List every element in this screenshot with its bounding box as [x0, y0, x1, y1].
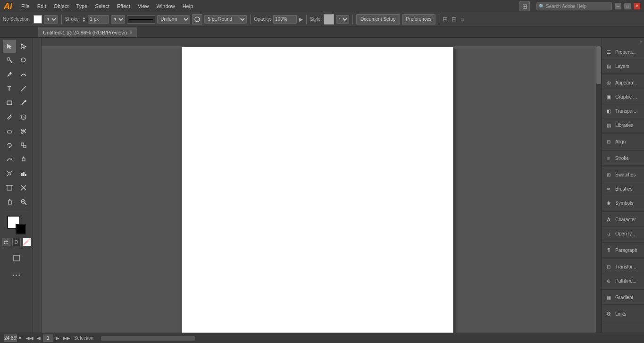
- opentype-label: OpenTy...: [615, 231, 636, 236]
- stroke-type-select[interactable]: ▾: [111, 15, 125, 24]
- close-button[interactable]: ×: [634, 3, 640, 9]
- rotate-tool[interactable]: [3, 139, 16, 152]
- swap-colors-button[interactable]: ⇄: [2, 238, 10, 246]
- prev-page-button[interactable]: ◀: [36, 335, 42, 341]
- fill-type-select[interactable]: ▾: [44, 15, 58, 24]
- style-color-box[interactable]: [324, 14, 334, 25]
- tab-close-button[interactable]: ×: [130, 30, 132, 35]
- panel-item-transparency[interactable]: ◧ Transpar...: [602, 104, 644, 118]
- opacity-input[interactable]: [273, 15, 297, 24]
- fill-color-box[interactable]: [33, 15, 42, 24]
- scissors-tool[interactable]: [17, 125, 30, 138]
- panel-item-graphic-styles[interactable]: ▣ Graphic ...: [602, 90, 644, 104]
- menu-type[interactable]: Type: [73, 2, 91, 10]
- more-options-icon[interactable]: ≡: [460, 16, 464, 23]
- background-color[interactable]: [16, 224, 26, 234]
- style-select[interactable]: ▾: [336, 15, 349, 24]
- panel-item-libraries[interactable]: ▨ Libraries: [602, 118, 644, 133]
- default-colors-button[interactable]: D: [12, 238, 21, 246]
- menu-help[interactable]: Help: [179, 2, 197, 10]
- line-tool[interactable]: [17, 82, 30, 95]
- column-graph-tool[interactable]: [17, 167, 30, 180]
- paintbrush-tool[interactable]: [17, 96, 30, 109]
- stroke-uniform-select[interactable]: Uniform: [157, 15, 190, 24]
- svg-rect-17: [24, 145, 26, 148]
- align-icon[interactable]: ⊞: [443, 16, 448, 23]
- menu-view[interactable]: View: [134, 2, 152, 10]
- panel-item-symbols[interactable]: ❀ Symbols: [602, 196, 644, 210]
- direct-selection-tool[interactable]: [17, 40, 30, 53]
- magic-wand-tool[interactable]: [3, 54, 16, 67]
- stroke-cap-select[interactable]: 5 pt. Round: [204, 15, 247, 24]
- first-page-button[interactable]: ◀◀: [25, 335, 34, 341]
- artboard[interactable]: [182, 47, 453, 333]
- panel-item-character[interactable]: A Character: [602, 213, 644, 227]
- panel-item-pathfinder[interactable]: ⊕ Pathfind...: [602, 274, 644, 288]
- none-color-button[interactable]: [23, 238, 31, 246]
- scroll-thumb[interactable]: [596, 46, 601, 84]
- slice-tool[interactable]: [17, 181, 30, 194]
- panel-item-properties[interactable]: ☰ Properti...: [602, 45, 644, 59]
- svg-rect-26: [25, 174, 26, 176]
- stroke-value-input[interactable]: [88, 15, 109, 24]
- curvature-tool[interactable]: [17, 68, 30, 81]
- vertical-scrollbar[interactable]: [596, 46, 602, 333]
- opacity-expand[interactable]: ▶: [299, 16, 303, 23]
- panel-item-gradient[interactable]: ▦ Gradient: [602, 291, 644, 305]
- workspace-icon[interactable]: ⊞: [519, 1, 530, 11]
- search-bar[interactable]: 🔍 Search Adobe Help: [536, 2, 612, 10]
- document-tab[interactable]: Untitled-1 @ 24.86% (RGB/Preview) ×: [38, 27, 137, 37]
- panel-collapse-all[interactable]: »: [640, 39, 642, 44]
- symbol-spray-tool[interactable]: [3, 167, 16, 180]
- menu-object[interactable]: Object: [50, 2, 72, 10]
- arrange-icon[interactable]: ⊟: [452, 16, 457, 23]
- panel-item-links[interactable]: ⛓ Links: [602, 307, 644, 321]
- next-page-button[interactable]: ▶: [55, 335, 60, 341]
- panel-item-swatches[interactable]: ⊞ Swatches: [602, 168, 644, 182]
- menu-window[interactable]: Window: [153, 2, 178, 10]
- reshape-tool[interactable]: [17, 153, 30, 166]
- panel-item-transform[interactable]: ⊡ Transfor...: [602, 260, 644, 274]
- panel-item-paragraph[interactable]: ¶ Paragraph: [602, 243, 644, 258]
- screen-mode-button[interactable]: [10, 251, 23, 265]
- menu-file[interactable]: File: [18, 2, 33, 10]
- hand-tool[interactable]: [3, 195, 16, 209]
- stroke-cap-icon[interactable]: [192, 14, 202, 25]
- scale-tool[interactable]: [17, 139, 30, 152]
- panel-item-layers[interactable]: ▤ Layers: [602, 59, 644, 74]
- stroke-down-arrow[interactable]: ▼: [82, 19, 85, 23]
- panel-item-align[interactable]: ⊟ Align: [602, 135, 644, 149]
- horizontal-ruler: [33, 38, 602, 46]
- panel-item-stroke[interactable]: ≡ Stroke: [602, 151, 644, 166]
- shaper-tool[interactable]: [17, 110, 30, 124]
- document-setup-button[interactable]: Document Setup: [356, 14, 400, 25]
- stroke-up-arrow[interactable]: ▲: [82, 16, 85, 19]
- panel-item-appearance[interactable]: ◎ Appeara...: [602, 76, 644, 90]
- last-page-button[interactable]: ▶▶: [62, 335, 71, 341]
- color-area: ⇄ D: [2, 216, 31, 246]
- zoom-tool[interactable]: [17, 195, 30, 209]
- more-tools-button[interactable]: • • •: [10, 268, 23, 282]
- rectangle-tool[interactable]: [3, 96, 16, 109]
- zoom-input[interactable]: [4, 335, 17, 342]
- menu-select[interactable]: Select: [92, 2, 113, 10]
- pen-tool[interactable]: [3, 68, 16, 81]
- warp-tool[interactable]: [3, 153, 16, 166]
- canvas-area[interactable]: [33, 38, 602, 333]
- menu-edit[interactable]: Edit: [34, 2, 50, 10]
- menu-effect[interactable]: Effect: [114, 2, 134, 10]
- lasso-tool[interactable]: [17, 54, 30, 67]
- panel-item-brushes[interactable]: ✏ Brushes: [602, 182, 644, 196]
- minimize-button[interactable]: ─: [615, 3, 621, 9]
- panel-item-opentype[interactable]: {} OpenTy...: [602, 227, 644, 241]
- zoom-dropdown[interactable]: ▼: [18, 336, 22, 341]
- status-label: Selection: [74, 335, 93, 341]
- restore-button[interactable]: □: [624, 3, 631, 9]
- page-number-input[interactable]: [43, 335, 53, 342]
- selection-tool[interactable]: [3, 40, 16, 53]
- artboard-tool[interactable]: [3, 181, 16, 194]
- preferences-button[interactable]: Preferences: [402, 14, 436, 25]
- eraser-tool[interactable]: [3, 125, 16, 138]
- pencil-tool[interactable]: [3, 110, 16, 124]
- type-tool[interactable]: T: [3, 82, 16, 95]
